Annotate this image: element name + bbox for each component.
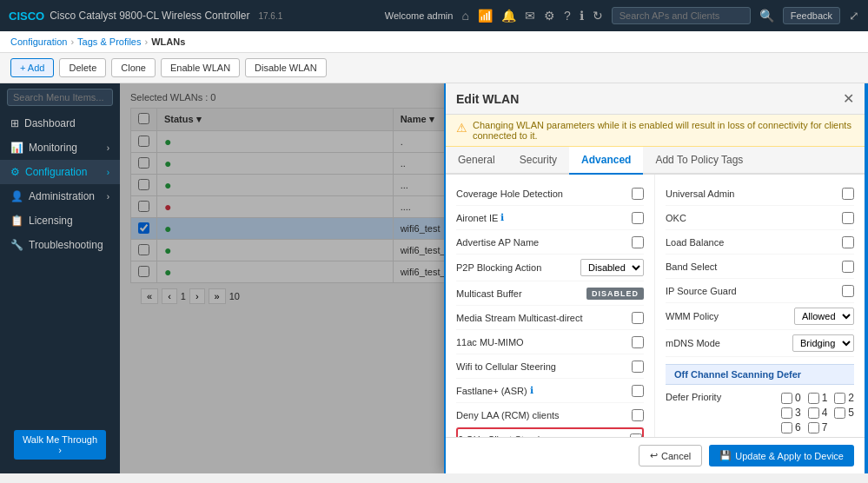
aironet-info-icon[interactable]: ℹ xyxy=(500,212,504,223)
breadcrumb-sep1: › xyxy=(70,36,74,47)
sidebar-item-administration[interactable]: 👤 Administration › xyxy=(0,184,120,208)
help-icon[interactable]: ? xyxy=(564,9,571,23)
home-icon[interactable]: ⌂ xyxy=(461,9,468,23)
add-button[interactable]: + Add xyxy=(10,58,54,77)
info-icon[interactable]: ℹ xyxy=(580,9,584,23)
p2p-blocking-select[interactable]: Disabled xyxy=(580,259,644,276)
sidebar-search-input[interactable] xyxy=(7,89,113,106)
message-icon[interactable]: ✉ xyxy=(525,9,535,23)
feedback-button[interactable]: Feedback xyxy=(783,7,840,24)
sidebar-item-label: Monitoring xyxy=(29,142,77,154)
defer-6-checkbox[interactable] xyxy=(781,422,792,433)
clone-button[interactable]: Clone xyxy=(111,58,156,77)
defer-1: 1 xyxy=(808,392,828,404)
defer-5-checkbox[interactable] xyxy=(834,407,845,419)
deny-laa-checkbox[interactable] xyxy=(632,409,644,421)
coverage-hole-label: Coverage Hole Detection xyxy=(456,189,563,199)
delete-button[interactable]: Delete xyxy=(59,58,106,77)
tab-add-to-policy-tags[interactable]: Add To Policy Tags xyxy=(643,147,755,175)
wifi-cellular-checkbox[interactable] xyxy=(632,361,644,373)
global-search-input[interactable] xyxy=(612,7,751,24)
refresh-icon[interactable]: ↻ xyxy=(593,9,603,23)
breadcrumb-config[interactable]: Configuration xyxy=(10,36,67,47)
field-universal-admin: Universal Admin xyxy=(666,182,854,206)
advertise-ap-label: Advertise AP Name xyxy=(456,237,539,248)
chevron-right-icon: › xyxy=(107,192,109,202)
tab-security[interactable]: Security xyxy=(507,147,569,175)
defer-3-checkbox[interactable] xyxy=(781,407,792,419)
defer-priority-grid: 0 1 2 3 4 5 6 7 xyxy=(781,392,854,433)
alert-icon[interactable]: 🔔 xyxy=(501,9,516,23)
field-band-select: Band Select xyxy=(666,255,854,279)
off-channel-section-header: Off Channel Scanning Defer xyxy=(666,364,854,385)
wmm-policy-label: WMM Policy xyxy=(666,311,719,321)
field-wmm-policy: WMM Policy Allowed xyxy=(666,303,854,330)
defer-4-checkbox[interactable] xyxy=(808,407,819,419)
config-icon: ⚙ xyxy=(10,166,20,178)
action-bar: + Add Delete Clone Enable WLAN Disable W… xyxy=(0,53,868,83)
welcome-text: Welcome admin xyxy=(385,10,454,21)
universal-admin-checkbox[interactable] xyxy=(842,188,854,200)
band-select-checkbox[interactable] xyxy=(842,261,854,273)
tab-general[interactable]: General xyxy=(446,147,507,175)
modal-body: Coverage Hole Detection Aironet IE ℹ Adv… xyxy=(446,175,865,437)
defer-priority-section: Defer Priority 0 1 2 3 4 5 6 7 xyxy=(666,385,854,437)
mdns-mode-select[interactable]: Bridging xyxy=(792,334,854,352)
sidebar-search-container xyxy=(0,83,120,111)
tab-advanced[interactable]: Advanced xyxy=(569,147,643,175)
ip-source-guard-checkbox[interactable] xyxy=(842,285,854,297)
defer-priority-label: Defer Priority xyxy=(666,392,721,402)
breadcrumb: Configuration › Tags & Profiles › WLANs xyxy=(0,31,868,53)
coverage-hole-checkbox[interactable] xyxy=(632,188,644,200)
field-mdns-mode: mDNS Mode Bridging xyxy=(666,330,854,357)
modal-close-button[interactable]: ✕ xyxy=(843,90,854,107)
okc-label: OKC xyxy=(666,213,686,223)
defer-0-checkbox[interactable] xyxy=(781,393,792,404)
media-stream-checkbox[interactable] xyxy=(632,312,644,324)
cisco-logo-text: CISCO xyxy=(9,10,44,23)
enable-wlan-button[interactable]: Enable WLAN xyxy=(161,58,240,77)
sidebar-item-dashboard[interactable]: ⊞ Dashboard xyxy=(0,111,120,136)
band-select-label: Band Select xyxy=(666,261,717,272)
okc-checkbox[interactable] xyxy=(842,212,854,224)
aironet-ie-checkbox[interactable] xyxy=(632,212,644,224)
load-balance-label: Load Balance xyxy=(666,237,724,248)
walk-me-through-button[interactable]: Walk Me Through › xyxy=(14,430,106,460)
defer-0: 0 xyxy=(781,392,801,404)
mu-mimo-checkbox[interactable] xyxy=(632,336,644,348)
wmm-policy-select[interactable]: Allowed xyxy=(794,308,854,325)
breadcrumb-tags[interactable]: Tags & Profiles xyxy=(77,36,141,47)
update-apply-button[interactable]: 💾 Update & Apply to Device xyxy=(709,445,854,466)
sidebar-item-licensing[interactable]: 📋 Licensing xyxy=(0,208,120,233)
field-advertise-ap: Advertise AP Name xyxy=(456,230,644,255)
multicast-buffer-toggle[interactable]: DISABLED xyxy=(586,288,644,300)
modal-tabs: General Security Advanced Add To Policy … xyxy=(446,147,865,175)
field-multicast-buffer: Multicast Buffer DISABLED xyxy=(456,281,644,306)
load-balance-checkbox[interactable] xyxy=(842,236,854,248)
form-right-col: Universal Admin OKC Load Balance Ba xyxy=(655,175,865,437)
sidebar: ⊞ Dashboard 📊 Monitoring › ⚙ Configurati… xyxy=(0,83,120,473)
wifi-icon[interactable]: 📶 xyxy=(478,9,493,23)
defer-1-checkbox[interactable] xyxy=(808,393,819,404)
modal-title: Edit WLAN xyxy=(456,92,519,106)
sidebar-item-label: Administration xyxy=(29,190,95,202)
disable-wlan-button[interactable]: Disable WLAN xyxy=(245,58,327,77)
sidebar-item-troubleshooting[interactable]: 🔧 Troubleshooting xyxy=(0,233,120,257)
cancel-button[interactable]: ↩ Cancel xyxy=(639,445,702,466)
edit-wlan-modal: Edit WLAN ✕ ⚠ Changing WLAN parameters w… xyxy=(444,83,868,473)
gear-icon[interactable]: ⚙ xyxy=(544,9,555,23)
modal-header: Edit WLAN ✕ xyxy=(446,83,865,115)
defer-7-checkbox[interactable] xyxy=(808,422,819,433)
expand-icon[interactable]: ⤢ xyxy=(849,9,859,23)
defer-2-checkbox[interactable] xyxy=(834,393,845,404)
defer-6: 6 xyxy=(781,421,801,433)
global-search-icon[interactable]: 🔍 xyxy=(759,9,774,23)
chevron-right-icon: › xyxy=(107,168,109,177)
fastlane-info-icon[interactable]: ℹ xyxy=(530,385,533,396)
modal-footer: ↩ Cancel 💾 Update & Apply to Device xyxy=(446,437,865,473)
sidebar-item-monitoring[interactable]: 📊 Monitoring › xyxy=(0,136,120,160)
sidebar-item-configuration[interactable]: ⚙ Configuration › xyxy=(0,160,120,184)
fastlane-checkbox[interactable] xyxy=(632,385,644,397)
advertise-ap-checkbox[interactable] xyxy=(632,236,644,248)
logo: CISCO Cisco Catalyst 9800-CL Wireless Co… xyxy=(9,10,282,23)
